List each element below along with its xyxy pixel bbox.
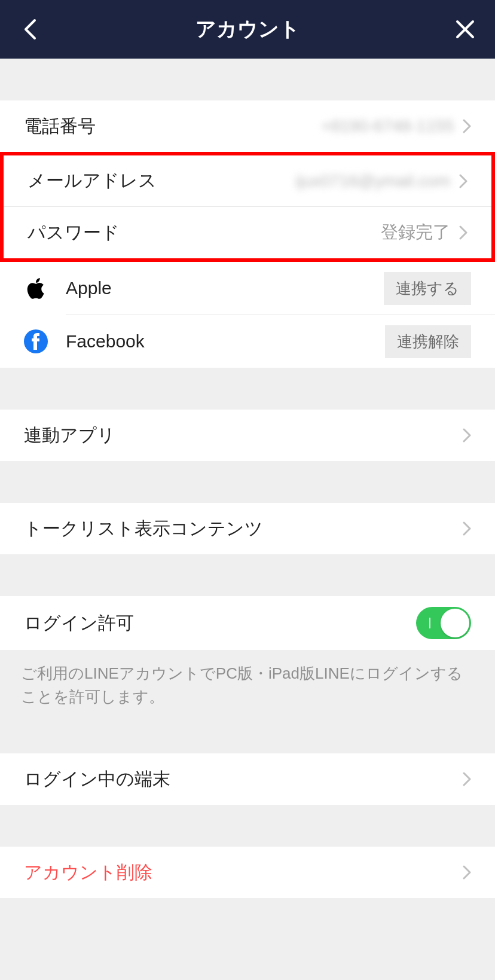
close-icon xyxy=(455,19,475,39)
section-gap xyxy=(0,59,495,100)
chevron-right-icon xyxy=(463,428,471,442)
section-gap xyxy=(0,805,495,847)
chevron-right-icon xyxy=(459,174,468,188)
facebook-unlink-button[interactable]: 連携解除 xyxy=(385,325,471,358)
delete-account-label: アカウント削除 xyxy=(24,860,152,885)
linked-accounts-section: Apple 連携する Facebook 連携解除 xyxy=(0,262,495,368)
phone-value: +8190-6748-1155 xyxy=(321,117,454,136)
facebook-row: Facebook 連携解除 xyxy=(0,315,495,368)
login-permission-toggle[interactable] xyxy=(416,607,471,639)
login-permission-label: ログイン許可 xyxy=(24,611,134,636)
email-label: メールアドレス xyxy=(28,169,157,193)
apple-row: Apple 連携する xyxy=(0,262,495,315)
back-icon xyxy=(23,19,36,40)
back-button[interactable] xyxy=(18,17,42,41)
login-permission-help: ご利用のLINEアカウントでPC版・iPad版LINEにログインすることを許可し… xyxy=(0,650,495,721)
delete-account-section: アカウント削除 xyxy=(0,847,495,898)
phone-section: 電話番号 +8190-6748-1155 xyxy=(0,100,495,152)
phone-row[interactable]: 電話番号 +8190-6748-1155 xyxy=(0,100,495,152)
page-title: アカウント xyxy=(42,16,453,43)
section-gap xyxy=(0,368,495,410)
chevron-right-icon xyxy=(463,772,471,786)
app-header: アカウント xyxy=(0,0,495,59)
chevron-right-icon xyxy=(463,521,471,536)
linked-apps-label: 連動アプリ xyxy=(24,423,115,448)
linked-apps-section: 連動アプリ xyxy=(0,410,495,461)
phone-value-wrap: +8190-6748-1155 xyxy=(321,117,471,136)
talk-list-row[interactable]: トークリスト表示コンテンツ xyxy=(0,503,495,554)
highlight-email-password: メールアドレス ijux0716@ymail.com パスワード 登録完了 xyxy=(0,152,495,262)
password-label: パスワード xyxy=(28,221,120,245)
login-permission-section: ログイン許可 xyxy=(0,596,495,650)
email-value-wrap: ijux0716@ymail.com xyxy=(295,172,468,191)
chevron-right-icon xyxy=(463,865,471,880)
close-button[interactable] xyxy=(453,17,477,41)
chevron-right-icon xyxy=(463,119,471,133)
email-row[interactable]: メールアドレス ijux0716@ymail.com xyxy=(4,155,491,207)
password-row[interactable]: パスワード 登録完了 xyxy=(4,207,491,258)
delete-account-row[interactable]: アカウント削除 xyxy=(0,847,495,898)
linked-apps-row[interactable]: 連動アプリ xyxy=(0,410,495,461)
logged-in-devices-section: ログイン中の端末 xyxy=(0,753,495,805)
apple-link-button[interactable]: 連携する xyxy=(384,272,471,305)
talk-list-label: トークリスト表示コンテンツ xyxy=(24,517,263,541)
password-value-wrap: 登録完了 xyxy=(381,221,468,245)
section-gap xyxy=(0,554,495,596)
apple-label: Apple xyxy=(66,278,384,298)
login-permission-row: ログイン許可 xyxy=(0,596,495,650)
section-gap xyxy=(0,461,495,503)
logged-in-devices-label: ログイン中の端末 xyxy=(24,767,170,792)
toggle-on-indicator xyxy=(429,618,430,628)
chevron-right-icon xyxy=(459,225,468,240)
phone-label: 電話番号 xyxy=(24,114,96,139)
section-gap xyxy=(0,721,495,753)
talk-list-section: トークリスト表示コンテンツ xyxy=(0,503,495,554)
email-value: ijux0716@ymail.com xyxy=(295,172,450,191)
logged-in-devices-row[interactable]: ログイン中の端末 xyxy=(0,753,495,805)
facebook-label: Facebook xyxy=(66,331,385,352)
facebook-icon xyxy=(24,329,66,353)
apple-icon xyxy=(24,276,66,301)
password-value: 登録完了 xyxy=(381,221,450,245)
toggle-knob xyxy=(441,609,469,637)
section-gap xyxy=(0,898,495,980)
